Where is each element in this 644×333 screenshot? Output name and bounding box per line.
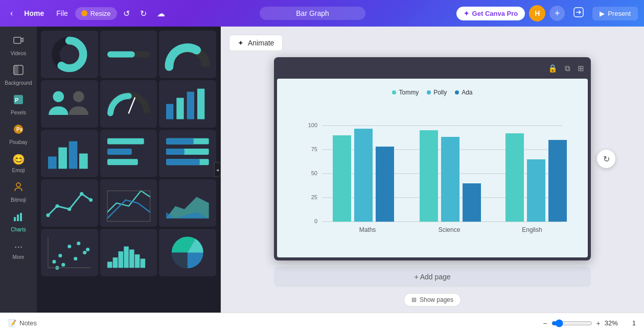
svg-point-16 bbox=[53, 91, 64, 102]
videos-icon bbox=[13, 35, 24, 49]
canva-pro-button[interactable]: ✦ Get Canva Pro bbox=[456, 7, 525, 20]
svg-point-37 bbox=[55, 204, 59, 208]
hide-panel-button[interactable]: ◂ bbox=[214, 162, 221, 177]
present-button[interactable]: ▶ Present bbox=[592, 7, 638, 20]
sidebar-item-more[interactable]: ··· More bbox=[0, 236, 37, 264]
sidebar-item-pixabay[interactable]: Px Pixabay bbox=[0, 120, 37, 149]
svg-text:Px: Px bbox=[16, 127, 23, 132]
show-pages-button[interactable]: ⊞ Show pages bbox=[404, 293, 461, 306]
file-button[interactable]: File bbox=[51, 7, 73, 20]
svg-rect-57 bbox=[118, 251, 123, 268]
svg-rect-26 bbox=[79, 154, 88, 169]
sidebar-item-background[interactable]: Background bbox=[0, 60, 37, 90]
gauge-item[interactable] bbox=[100, 80, 157, 128]
back-icon[interactable]: ‹ bbox=[6, 6, 17, 20]
svg-point-47 bbox=[67, 245, 71, 248]
undo-button[interactable]: ↺ bbox=[119, 6, 134, 21]
svg-text:100: 100 bbox=[308, 122, 317, 128]
sidebar-item-videos[interactable]: Videos bbox=[0, 31, 37, 60]
notes-button[interactable]: 📝 Notes bbox=[8, 319, 37, 327]
animate-bar: ✦ Animate bbox=[229, 35, 636, 57]
svg-point-38 bbox=[67, 207, 71, 211]
copy-button[interactable]: ⧉ bbox=[563, 62, 572, 75]
progress-bar-item[interactable] bbox=[100, 31, 157, 78]
notes-icon: 📝 bbox=[8, 319, 16, 327]
polly-dot bbox=[427, 90, 431, 94]
sidebar-item-emoji[interactable]: 😊 Emoji bbox=[0, 149, 37, 177]
polly-label: Polly bbox=[433, 89, 447, 96]
add-collaborator-button[interactable]: + bbox=[549, 6, 565, 21]
animate-button[interactable]: ✦ Animate bbox=[229, 35, 283, 51]
horizontal-bar-item[interactable] bbox=[100, 130, 157, 177]
people-icon-item[interactable] bbox=[41, 80, 98, 128]
sidebar-item-bitmoji[interactable]: Bitmoji bbox=[0, 177, 37, 207]
top-bar: ‹ Home File Resize ↺ ↻ ☁ ✦ Get Canva Pro… bbox=[0, 0, 644, 27]
panel-grid bbox=[37, 27, 220, 280]
svg-text:50: 50 bbox=[311, 170, 317, 176]
science-tommy-bar bbox=[420, 130, 438, 222]
svg-rect-9 bbox=[14, 217, 16, 221]
bar-chart-small-item[interactable] bbox=[159, 80, 216, 128]
document-title-input[interactable] bbox=[260, 7, 365, 20]
svg-point-17 bbox=[73, 91, 84, 102]
refresh-button[interactable]: ↻ bbox=[597, 150, 615, 168]
avatar-button[interactable]: H bbox=[529, 5, 545, 21]
undo-redo-group: ↺ ↻ ☁ bbox=[119, 6, 169, 21]
redo-button[interactable]: ↻ bbox=[136, 6, 151, 21]
grid-icon: ⊞ bbox=[411, 296, 417, 303]
svg-text:Science: Science bbox=[439, 226, 461, 233]
svg-text:0: 0 bbox=[314, 218, 317, 224]
animate-icon: ✦ bbox=[238, 39, 244, 47]
zoom-control: − + 32% bbox=[543, 319, 617, 327]
line-chart-item[interactable] bbox=[41, 179, 98, 227]
bar-chart-item[interactable] bbox=[41, 130, 98, 177]
svg-rect-10 bbox=[17, 215, 19, 221]
resize-circle-icon bbox=[81, 10, 87, 16]
cloud-save-button[interactable]: ☁ bbox=[153, 6, 169, 21]
more-icon: ··· bbox=[14, 241, 23, 252]
svg-rect-1 bbox=[14, 37, 21, 43]
bottom-bar: 📝 Notes − + 32% 1 bbox=[0, 313, 644, 333]
legend-tommy: Tommy bbox=[392, 89, 419, 96]
pixabay-icon: Px bbox=[13, 124, 24, 137]
top-bar-right: ✦ Get Canva Pro H + ▶ Present bbox=[456, 4, 638, 22]
science-ada-bar bbox=[463, 183, 481, 222]
svg-text:Maths: Maths bbox=[359, 226, 376, 233]
svg-rect-60 bbox=[134, 254, 140, 268]
chart-slide: Tommy Polly Ada bbox=[277, 79, 588, 257]
svg-text:English: English bbox=[522, 226, 542, 233]
resize-button[interactable]: Resize bbox=[75, 7, 117, 20]
svg-rect-24 bbox=[58, 148, 67, 169]
lock-button[interactable]: 🔒 bbox=[546, 62, 559, 75]
svg-text:25: 25 bbox=[311, 194, 317, 200]
maths-ada-bar bbox=[376, 147, 394, 222]
stacked-bar-item[interactable] bbox=[159, 130, 216, 177]
maths-polly-bar bbox=[354, 129, 373, 222]
scatter-chart-item[interactable] bbox=[41, 229, 98, 276]
home-button[interactable]: Home bbox=[19, 7, 49, 20]
svg-rect-3 bbox=[14, 65, 18, 75]
main-area: Videos Background P Pexels Px Pixabay 😊 … bbox=[0, 27, 644, 313]
add-page-button[interactable]: + Add page bbox=[274, 267, 591, 287]
pexels-label: Pexels bbox=[11, 110, 26, 115]
expand-button[interactable]: ⊞ bbox=[576, 62, 586, 75]
svg-point-39 bbox=[80, 192, 83, 196]
svg-rect-56 bbox=[112, 257, 118, 268]
chart-legend: Tommy Polly Ada bbox=[287, 89, 578, 96]
histogram-item[interactable] bbox=[100, 229, 157, 276]
sidebar-item-pexels[interactable]: P Pexels bbox=[0, 90, 37, 120]
half-donut-item[interactable] bbox=[159, 31, 216, 78]
zoom-slider[interactable] bbox=[551, 319, 592, 327]
share-button[interactable] bbox=[569, 4, 588, 22]
svg-rect-55 bbox=[107, 262, 112, 268]
pie-chart-item[interactable] bbox=[159, 229, 216, 276]
area-chart-item[interactable] bbox=[159, 179, 216, 227]
multi-line-item[interactable] bbox=[100, 179, 157, 227]
donut-chart-item[interactable] bbox=[41, 31, 98, 78]
svg-rect-59 bbox=[129, 250, 134, 268]
zoom-out-button[interactable]: − bbox=[543, 319, 547, 327]
zoom-in-button[interactable]: + bbox=[596, 319, 601, 327]
svg-point-44 bbox=[52, 260, 56, 264]
english-tommy-bar bbox=[505, 133, 524, 222]
sidebar-item-charts[interactable]: Charts bbox=[0, 207, 37, 236]
